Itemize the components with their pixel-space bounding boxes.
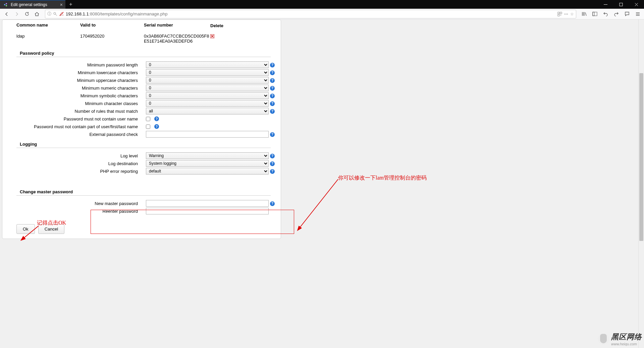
browser-tab[interactable]: Edit general settings ×: [0, 0, 65, 9]
delete-cert-icon[interactable]: [210, 34, 214, 38]
help-icon[interactable]: ?: [270, 161, 275, 166]
help-icon[interactable]: ?: [270, 78, 275, 83]
sidebar-icon[interactable]: [590, 9, 599, 19]
label-no-userpart: Password must not contain part of user/f…: [2, 124, 146, 129]
section-password-policy: Password policy: [16, 50, 271, 57]
input-new-master[interactable]: [146, 200, 269, 207]
watermark: 黑区网络 www.heiqu.com: [598, 332, 642, 346]
permission-icon: [53, 12, 57, 16]
svg-point-0: [4, 4, 5, 5]
annotation-arrow-right-icon: [294, 176, 341, 233]
select-php-err[interactable]: default: [146, 168, 269, 175]
col-header-delete: Delete: [210, 22, 227, 28]
reload-button[interactable]: [22, 9, 32, 19]
annotation-text-right: 你可以修改一下lam管理控制台的密码: [338, 175, 427, 182]
help-icon[interactable]: ?: [270, 201, 275, 206]
col-header-valid: Valid to: [80, 22, 144, 28]
chat-icon[interactable]: [623, 9, 631, 19]
select-log-dest[interactable]: System logging: [146, 160, 269, 167]
menu-icon[interactable]: [633, 9, 642, 19]
tab-title: Edit general settings: [11, 2, 57, 7]
help-icon[interactable]: ?: [270, 63, 275, 67]
col-header-name: Common name: [16, 22, 80, 28]
svg-rect-8: [558, 14, 559, 16]
cert-valid: 1704952020: [80, 34, 144, 44]
help-icon[interactable]: ?: [270, 101, 275, 106]
select-min-lower[interactable]: 0: [146, 69, 269, 76]
svg-rect-4: [620, 3, 623, 6]
cert-serial: 0x3AB60FAC7CCBCD5CD005F8E51E714EA0A3EDEF…: [144, 34, 210, 44]
help-icon[interactable]: ?: [270, 86, 275, 91]
label-min-len: Minimum password length: [2, 62, 146, 67]
browser-toolbar: ⓘ 192.168.1.1:8080/templates/config/main…: [0, 9, 644, 19]
help-icon[interactable]: ?: [270, 70, 275, 75]
select-min-num[interactable]: 0: [146, 85, 269, 91]
cert-name: ldap: [16, 34, 80, 44]
maximize-icon[interactable]: [613, 0, 629, 9]
input-ext-check[interactable]: [146, 131, 269, 138]
more-icon[interactable]: ⋯: [564, 12, 568, 16]
help-icon[interactable]: ?: [270, 94, 275, 98]
svg-rect-6: [558, 12, 559, 14]
qr-icon[interactable]: [557, 12, 562, 16]
label-no-username: Password must not contain user name: [2, 116, 146, 121]
tab-favicon-icon: [3, 2, 8, 7]
section-change-master: Change master password: [16, 188, 271, 196]
help-icon[interactable]: ?: [270, 109, 275, 114]
label-log-dest: Log destination: [2, 161, 146, 166]
annotation-text-left: 记得点击OK: [37, 219, 66, 227]
help-icon[interactable]: ?: [270, 154, 275, 158]
select-rules-match[interactable]: all: [146, 108, 269, 114]
browser-titlebar: Edit general settings × +: [0, 0, 644, 9]
watermark-logo-icon: [598, 333, 609, 345]
help-icon[interactable]: ?: [270, 169, 275, 174]
checkbox-no-userpart[interactable]: [146, 125, 150, 129]
new-tab-button[interactable]: +: [65, 0, 76, 9]
vertical-scrollbar[interactable]: [638, 19, 644, 348]
svg-rect-10: [593, 12, 597, 16]
svg-rect-11: [593, 12, 594, 16]
help-icon[interactable]: ?: [270, 132, 275, 137]
label-rules-match: Number of rules that must match: [2, 109, 146, 114]
forward-button[interactable]: [12, 9, 21, 19]
label-min-class: Minimum character classes: [2, 101, 146, 106]
url-bar[interactable]: ⓘ 192.168.1.1:8080/templates/config/main…: [45, 10, 576, 18]
label-min-upper: Minimum uppercase characters: [2, 78, 146, 83]
select-log-level[interactable]: Warning: [146, 152, 269, 159]
checkbox-no-username[interactable]: [146, 117, 150, 121]
label-min-num: Minimum numeric characters: [2, 86, 146, 91]
svg-point-1: [6, 3, 7, 4]
back-button[interactable]: [2, 9, 11, 19]
label-min-lower: Minimum lowercase characters: [2, 70, 146, 75]
window-close-icon[interactable]: [629, 0, 644, 9]
help-icon[interactable]: ?: [154, 124, 159, 129]
annotation-highlight-box: [91, 210, 294, 234]
label-new-master: New master password: [2, 201, 146, 206]
info-icon: ⓘ: [47, 11, 51, 17]
svg-point-2: [6, 5, 7, 6]
col-header-serial: Serial number: [144, 22, 210, 28]
home-button[interactable]: [32, 9, 42, 19]
label-ext-check: External password check: [2, 132, 146, 137]
select-min-class[interactable]: 0: [146, 100, 269, 107]
library-icon[interactable]: [580, 9, 588, 19]
url-text: 192.168.1.1:8080/templates/config/mainma…: [66, 11, 555, 16]
select-min-upper[interactable]: 0: [146, 77, 269, 84]
undo-icon[interactable]: [601, 9, 610, 19]
annotation-arrow-left-icon: [20, 224, 44, 241]
settings-panel: Common name Valid to Serial number Delet…: [2, 19, 281, 239]
label-log-level: Log level: [2, 153, 146, 158]
svg-rect-3: [604, 4, 607, 5]
select-min-len[interactable]: 0: [146, 61, 269, 68]
svg-rect-9: [560, 15, 561, 15]
bookmark-icon[interactable]: ☆: [570, 12, 574, 16]
help-icon[interactable]: ?: [154, 116, 159, 121]
select-min-sym[interactable]: 0: [146, 92, 269, 99]
watermark-title: 黑区网络: [611, 332, 642, 342]
label-min-sym: Minimum symbolic characters: [2, 93, 146, 98]
svg-rect-7: [560, 12, 562, 14]
redo-icon[interactable]: [612, 9, 621, 19]
tab-close-icon[interactable]: ×: [60, 2, 63, 7]
certificate-table: Common name Valid to Serial number Delet…: [2, 20, 281, 50]
minimize-icon[interactable]: [598, 0, 613, 9]
